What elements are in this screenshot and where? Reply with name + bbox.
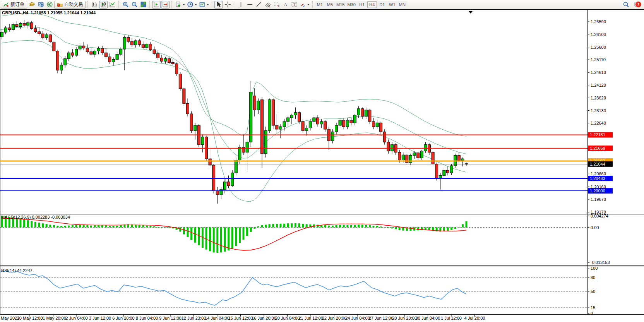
svg-text:1.21659: 1.21659 <box>590 146 605 151</box>
time-axis[interactable]: May 202230 May 12:0031 May 20:002 Jun 04… <box>1 315 485 320</box>
timeframe-h1[interactable]: H1 <box>357 1 367 8</box>
add-indicator-button[interactable] <box>174 1 186 9</box>
svg-text:1.21044: 1.21044 <box>590 162 605 166</box>
svg-text:16 Jun 20:00: 16 Jun 20:00 <box>252 316 276 320</box>
candlestick-chart-button[interactable] <box>99 1 108 9</box>
periods-button[interactable] <box>186 1 198 9</box>
svg-text:9 Jun 12:00: 9 Jun 12:00 <box>159 316 182 320</box>
arrows-button[interactable] <box>299 1 310 9</box>
timeframe-m30[interactable]: M30 <box>346 1 356 8</box>
svg-text:0.004274: 0.004274 <box>591 214 608 218</box>
svg-text:0.00: 0.00 <box>591 225 599 230</box>
svg-text:3 Jun 12:00: 3 Jun 12:00 <box>89 316 111 320</box>
cursor-button[interactable] <box>214 1 223 9</box>
toolbar-separator <box>171 1 172 8</box>
zoom-in-button[interactable] <box>121 1 130 9</box>
candlestick-chart-icon <box>100 1 107 8</box>
tile-windows-icon <box>140 1 147 8</box>
vertical-line-button[interactable] <box>236 1 245 9</box>
search-icon <box>623 1 629 8</box>
svg-text:22 Jun 20:00: 22 Jun 20:00 <box>322 316 347 320</box>
radar-icon <box>46 1 53 8</box>
zoom-in-icon <box>122 1 129 8</box>
shift-chart-button[interactable] <box>152 1 161 9</box>
search-button[interactable] <box>622 1 630 9</box>
auto-scroll-button[interactable] <box>161 1 170 9</box>
radar-button[interactable] <box>45 1 54 9</box>
svg-text:1.23130: 1.23130 <box>591 108 606 113</box>
chart-window: GBPUSD-,H4 1.21055 1.21055 1.21044 1.210… <box>0 9 644 322</box>
arrows-icon <box>300 1 306 8</box>
svg-text:A: A <box>284 2 288 7</box>
templates-icon <box>199 1 206 8</box>
svg-text:T: T <box>293 2 295 7</box>
price-axis[interactable]: 1.265901.261001.256001.251101.246101.241… <box>587 19 606 214</box>
text-label-button[interactable]: T <box>290 1 298 9</box>
chart-canvas[interactable]: 1.221811.216591.211621.210441.204831.200… <box>0 9 644 322</box>
candlesticks[interactable] <box>1 20 468 204</box>
crosshair-button[interactable] <box>223 1 232 9</box>
svg-text:21 Jun 12:00: 21 Jun 12:00 <box>298 316 323 320</box>
text-label-icon: T <box>291 1 298 8</box>
svg-text:1.24120: 1.24120 <box>591 83 606 87</box>
chart-frame <box>0 9 644 315</box>
quotes-button[interactable] <box>27 1 36 9</box>
timeframe-w1[interactable]: W1 <box>387 1 397 8</box>
timeframe-m1[interactable]: M1 <box>315 1 325 8</box>
fibonacci-icon: F <box>273 1 280 8</box>
bar-chart-button[interactable] <box>90 1 99 9</box>
line-chart-button[interactable] <box>108 1 116 9</box>
svg-text:1.20483: 1.20483 <box>590 176 605 181</box>
toolbar-right-group: 1 <box>622 1 643 9</box>
new-order-button[interactable]: 新订单 <box>1 1 27 9</box>
text-button[interactable]: A <box>281 1 289 9</box>
rsi-pane[interactable] <box>0 271 587 308</box>
add-indicator-icon <box>175 1 182 8</box>
profile-icon <box>38 1 44 8</box>
svg-text:1.19670: 1.19670 <box>591 197 606 202</box>
notifications-button[interactable]: 1 <box>632 1 641 9</box>
svg-text:2 Jun 04:00: 2 Jun 04:00 <box>65 316 88 320</box>
toolbar-separator <box>312 1 313 8</box>
macd-axis[interactable]: 0.0042740.00-0.013153 <box>587 214 610 265</box>
svg-text:1.26590: 1.26590 <box>591 19 606 24</box>
svg-text:14 Jun 04:00: 14 Jun 04:00 <box>205 316 230 320</box>
svg-text:1.23620: 1.23620 <box>591 96 606 100</box>
svg-text:1.20000: 1.20000 <box>590 188 605 193</box>
svg-text:100: 100 <box>591 266 598 271</box>
tile-windows-button[interactable] <box>139 1 147 9</box>
price-levels[interactable] <box>0 135 587 191</box>
text-icon: A <box>282 1 289 8</box>
channel-button[interactable]: E <box>263 1 272 9</box>
horizontal-line-icon <box>247 1 253 8</box>
zoom-out-button[interactable] <box>130 1 139 9</box>
svg-text:1.25600: 1.25600 <box>591 45 606 50</box>
toolbar: 新订单 自动交易 <box>0 0 644 9</box>
timeframe-h4[interactable]: H4 <box>367 1 377 8</box>
svg-text:6 Jun 20:00: 6 Jun 20:00 <box>112 316 135 320</box>
toolbar-separator <box>149 1 150 8</box>
timeframe-d1[interactable]: D1 <box>377 1 387 8</box>
rsi-axis[interactable]: 1008050150 <box>587 266 598 316</box>
svg-text:20 Jun 04:00: 20 Jun 04:00 <box>275 316 300 320</box>
timeframe-m5[interactable]: M5 <box>325 1 335 8</box>
zoom-out-icon <box>131 1 138 8</box>
timeframe-mn[interactable]: MN <box>397 1 407 8</box>
svg-text:1.25110: 1.25110 <box>591 57 606 62</box>
svg-text:1 Jul 12:00: 1 Jul 12:00 <box>441 316 462 320</box>
timeframe-m15[interactable]: M15 <box>335 1 346 8</box>
macd-pane[interactable] <box>0 216 587 253</box>
svg-text:30 Jun 04:00: 30 Jun 04:00 <box>416 316 440 320</box>
auto-scroll-icon <box>162 1 169 8</box>
templates-button[interactable] <box>198 1 210 9</box>
profile-button[interactable] <box>36 1 45 9</box>
trendline-button[interactable] <box>254 1 263 9</box>
horizontal-line-button[interactable] <box>245 1 254 9</box>
fibonacci-button[interactable]: F <box>272 1 281 9</box>
svg-text:1.22640: 1.22640 <box>591 121 606 125</box>
svg-text:1.26100: 1.26100 <box>591 32 606 37</box>
auto-trading-button[interactable]: 自动交易 <box>54 1 86 9</box>
svg-text:F: F <box>277 5 279 8</box>
crosshair-icon <box>224 1 231 8</box>
svg-text:80: 80 <box>591 275 595 280</box>
